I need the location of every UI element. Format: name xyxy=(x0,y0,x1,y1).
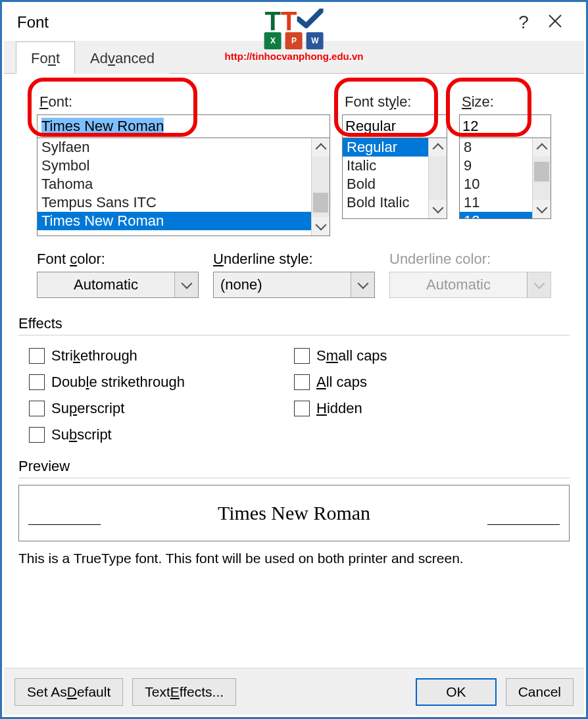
font-color-label: Font color: xyxy=(37,251,199,268)
font-label: Font: xyxy=(37,93,330,111)
list-item[interactable]: 8 xyxy=(460,138,532,157)
tab-strip: Font Advanced xyxy=(4,41,584,74)
preview-box: Times New Roman xyxy=(18,485,570,541)
underline-style-combo[interactable]: (none) xyxy=(213,272,375,298)
preview-description: This is a TrueType font. This font will … xyxy=(18,551,570,566)
chevron-down-icon xyxy=(351,272,374,297)
font-scrollbar[interactable] xyxy=(311,138,330,236)
checkbox-small-caps[interactable]: Small caps xyxy=(294,347,559,364)
cancel-button[interactable]: Cancel xyxy=(506,678,574,706)
checkbox-all-caps[interactable]: All caps xyxy=(294,374,559,391)
list-item[interactable]: Times New Roman xyxy=(37,212,311,230)
preview-text: Times New Roman xyxy=(218,502,370,524)
checkbox-strikethrough[interactable]: Strikethrough xyxy=(29,347,294,364)
style-scrollbar[interactable] xyxy=(428,138,447,218)
dialog-title: Font xyxy=(17,13,49,32)
font-color-combo[interactable]: Automatic xyxy=(37,272,199,298)
list-item[interactable]: Italic xyxy=(343,157,428,175)
underline-style-label: Underline style: xyxy=(213,251,375,268)
list-item[interactable]: 10 xyxy=(460,175,532,193)
chevron-down-icon xyxy=(527,272,551,297)
font-input[interactable]: Times New Roman xyxy=(37,114,330,138)
list-item[interactable]: Tempus Sans ITC xyxy=(37,193,311,212)
preview-title: Preview xyxy=(18,458,570,475)
list-item[interactable]: Symbol xyxy=(37,157,311,175)
list-item[interactable]: Regular xyxy=(343,138,428,157)
size-scrollbar[interactable] xyxy=(532,138,551,218)
checkbox-subscript[interactable]: Subscript xyxy=(29,426,294,443)
underline-color-combo: Automatic xyxy=(389,272,551,298)
list-item[interactable]: 9 xyxy=(460,157,532,175)
style-input[interactable]: Regular xyxy=(342,114,447,138)
help-button[interactable]: ? xyxy=(508,12,539,33)
list-item[interactable]: 11 xyxy=(460,193,532,212)
list-item[interactable]: Bold Italic xyxy=(343,193,428,212)
size-label: Size: xyxy=(459,93,551,111)
style-label: Font style: xyxy=(342,93,447,111)
size-input[interactable]: 12 xyxy=(459,114,551,138)
titlebar: Font ? xyxy=(4,4,584,41)
tab-font[interactable]: Font xyxy=(16,41,75,74)
checkbox-superscript[interactable]: Superscript xyxy=(29,400,294,417)
chevron-down-icon xyxy=(174,272,198,297)
list-item[interactable]: Tahoma xyxy=(37,175,311,193)
close-button[interactable] xyxy=(539,12,571,33)
dialog-footer: Set As Default Text Effects... OK Cancel xyxy=(4,668,584,715)
effects-title: Effects xyxy=(18,315,570,332)
list-item[interactable]: Sylfaen xyxy=(37,138,311,157)
style-listbox[interactable]: Regular Italic Bold Bold Italic xyxy=(342,137,447,219)
checkbox-hidden[interactable]: Hidden xyxy=(294,400,559,417)
underline-color-label: Underline color: xyxy=(389,251,551,268)
font-listbox[interactable]: Sylfaen Symbol Tahoma Tempus Sans ITC Ti… xyxy=(37,137,330,236)
list-item[interactable]: 12 xyxy=(460,212,532,218)
checkbox-double-strikethrough[interactable]: Double strikethrough xyxy=(29,374,294,391)
set-as-default-button[interactable]: Set As Default xyxy=(14,678,123,706)
tab-advanced[interactable]: Advanced xyxy=(75,41,170,74)
size-listbox[interactable]: 8 9 10 11 12 xyxy=(459,137,551,219)
text-effects-button[interactable]: Text Effects... xyxy=(132,678,236,706)
list-item[interactable]: Bold xyxy=(343,175,428,193)
ok-button[interactable]: OK xyxy=(416,678,496,706)
